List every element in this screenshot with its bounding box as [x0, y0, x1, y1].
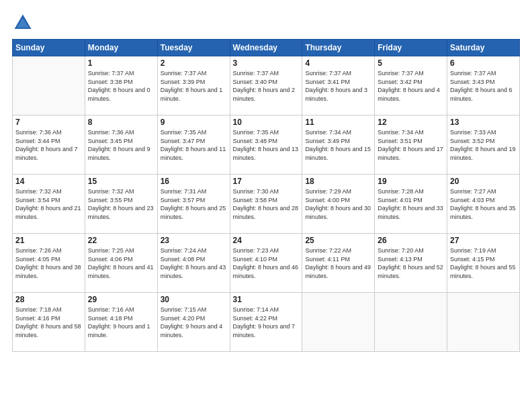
- col-header-monday: Monday: [85, 40, 157, 56]
- day-number: 24: [233, 236, 300, 245]
- calendar-cell: 10Sunrise: 7:35 AMSunset: 3:48 PMDayligh…: [230, 116, 302, 175]
- day-number: 29: [88, 295, 154, 304]
- day-number: 5: [378, 58, 444, 68]
- day-number: 13: [450, 118, 517, 127]
- week-row-2: 14Sunrise: 7:32 AMSunset: 3:54 PMDayligh…: [13, 175, 520, 234]
- calendar-cell: 31Sunrise: 7:14 AMSunset: 4:22 PMDayligh…: [230, 293, 302, 352]
- cell-details: Sunrise: 7:22 AMSunset: 4:11 PMDaylight:…: [305, 246, 371, 280]
- calendar-header-row: SundayMondayTuesdayWednesdayThursdayFrid…: [13, 40, 520, 56]
- cell-details: Sunrise: 7:37 AMSunset: 3:42 PMDaylight:…: [378, 69, 444, 103]
- day-number: 21: [15, 236, 82, 245]
- calendar-cell: 22Sunrise: 7:25 AMSunset: 4:06 PMDayligh…: [85, 234, 157, 293]
- day-number: 28: [15, 295, 82, 304]
- cell-details: Sunrise: 7:31 AMSunset: 3:57 PMDaylight:…: [161, 187, 227, 221]
- calendar-cell: 30Sunrise: 7:15 AMSunset: 4:20 PMDayligh…: [157, 293, 230, 352]
- week-row-4: 28Sunrise: 7:18 AMSunset: 4:16 PMDayligh…: [13, 293, 520, 352]
- col-header-thursday: Thursday: [302, 40, 375, 56]
- day-number: 11: [305, 118, 371, 127]
- cell-details: Sunrise: 7:29 AMSunset: 4:00 PMDaylight:…: [305, 187, 371, 221]
- cell-details: Sunrise: 7:27 AMSunset: 4:03 PMDaylight:…: [450, 187, 517, 221]
- calendar-cell: 1Sunrise: 7:37 AMSunset: 3:38 PMDaylight…: [85, 56, 157, 116]
- page: SundayMondayTuesdayWednesdayThursdayFrid…: [0, 0, 532, 411]
- col-header-sunday: Sunday: [13, 40, 85, 56]
- cell-details: Sunrise: 7:30 AMSunset: 3:58 PMDaylight:…: [233, 187, 300, 221]
- calendar-cell: 20Sunrise: 7:27 AMSunset: 4:03 PMDayligh…: [447, 175, 520, 234]
- cell-details: Sunrise: 7:37 AMSunset: 3:40 PMDaylight:…: [233, 69, 300, 103]
- day-number: 31: [233, 295, 300, 304]
- day-number: 20: [450, 177, 517, 186]
- calendar-cell: 12Sunrise: 7:34 AMSunset: 3:51 PMDayligh…: [375, 116, 447, 175]
- calendar-cell: 2Sunrise: 7:37 AMSunset: 3:39 PMDaylight…: [157, 56, 230, 116]
- day-number: 2: [161, 58, 227, 68]
- day-number: 4: [305, 58, 371, 68]
- cell-details: Sunrise: 7:25 AMSunset: 4:06 PMDaylight:…: [88, 246, 154, 280]
- cell-details: Sunrise: 7:23 AMSunset: 4:10 PMDaylight:…: [233, 246, 300, 280]
- logo-icon: [12, 12, 34, 34]
- calendar-cell: 15Sunrise: 7:32 AMSunset: 3:55 PMDayligh…: [85, 175, 157, 234]
- day-number: 3: [233, 58, 300, 68]
- calendar-cell: 23Sunrise: 7:24 AMSunset: 4:08 PMDayligh…: [157, 234, 230, 293]
- calendar-cell: 11Sunrise: 7:34 AMSunset: 3:49 PMDayligh…: [302, 116, 375, 175]
- cell-details: Sunrise: 7:36 AMSunset: 3:44 PMDaylight:…: [15, 128, 82, 162]
- calendar-cell: 24Sunrise: 7:23 AMSunset: 4:10 PMDayligh…: [230, 234, 302, 293]
- day-number: 12: [378, 118, 444, 127]
- cell-details: Sunrise: 7:28 AMSunset: 4:01 PMDaylight:…: [378, 187, 444, 221]
- cell-details: Sunrise: 7:37 AMSunset: 3:39 PMDaylight:…: [161, 69, 227, 103]
- cell-details: Sunrise: 7:19 AMSunset: 4:15 PMDaylight:…: [450, 246, 517, 280]
- calendar-cell: [13, 56, 85, 116]
- cell-details: Sunrise: 7:24 AMSunset: 4:08 PMDaylight:…: [161, 246, 227, 280]
- day-number: 6: [450, 58, 517, 68]
- day-number: 19: [378, 177, 444, 186]
- calendar-cell: 7Sunrise: 7:36 AMSunset: 3:44 PMDaylight…: [13, 116, 85, 175]
- cell-details: Sunrise: 7:36 AMSunset: 3:45 PMDaylight:…: [88, 128, 154, 162]
- col-header-wednesday: Wednesday: [230, 40, 302, 56]
- day-number: 23: [161, 236, 227, 245]
- cell-details: Sunrise: 7:18 AMSunset: 4:16 PMDaylight:…: [15, 306, 82, 339]
- cell-details: Sunrise: 7:32 AMSunset: 3:54 PMDaylight:…: [15, 187, 82, 221]
- calendar-cell: 17Sunrise: 7:30 AMSunset: 3:58 PMDayligh…: [230, 175, 302, 234]
- calendar-cell: 28Sunrise: 7:18 AMSunset: 4:16 PMDayligh…: [13, 293, 85, 352]
- day-number: 17: [233, 177, 300, 186]
- calendar-cell: 9Sunrise: 7:35 AMSunset: 3:47 PMDaylight…: [157, 116, 230, 175]
- calendar-cell: 18Sunrise: 7:29 AMSunset: 4:00 PMDayligh…: [302, 175, 375, 234]
- calendar-table: SundayMondayTuesdayWednesdayThursdayFrid…: [12, 39, 520, 352]
- cell-details: Sunrise: 7:37 AMSunset: 3:43 PMDaylight:…: [450, 69, 517, 103]
- week-row-1: 7Sunrise: 7:36 AMSunset: 3:44 PMDaylight…: [13, 116, 520, 175]
- cell-details: Sunrise: 7:34 AMSunset: 3:51 PMDaylight:…: [378, 128, 444, 162]
- cell-details: Sunrise: 7:34 AMSunset: 3:49 PMDaylight:…: [305, 128, 371, 162]
- calendar-cell: 29Sunrise: 7:16 AMSunset: 4:18 PMDayligh…: [85, 293, 157, 352]
- calendar-cell: [375, 293, 447, 352]
- day-number: 27: [450, 236, 517, 245]
- cell-details: Sunrise: 7:35 AMSunset: 3:47 PMDaylight:…: [161, 128, 227, 162]
- cell-details: Sunrise: 7:20 AMSunset: 4:13 PMDaylight:…: [378, 246, 444, 280]
- calendar-cell: 14Sunrise: 7:32 AMSunset: 3:54 PMDayligh…: [13, 175, 85, 234]
- day-number: 10: [233, 118, 300, 127]
- calendar-cell: 13Sunrise: 7:33 AMSunset: 3:52 PMDayligh…: [447, 116, 520, 175]
- day-number: 15: [88, 177, 154, 186]
- col-header-saturday: Saturday: [447, 40, 520, 56]
- cell-details: Sunrise: 7:37 AMSunset: 3:41 PMDaylight:…: [305, 69, 371, 103]
- calendar-cell: [447, 293, 520, 352]
- calendar-cell: 3Sunrise: 7:37 AMSunset: 3:40 PMDaylight…: [230, 56, 302, 116]
- cell-details: Sunrise: 7:26 AMSunset: 4:05 PMDaylight:…: [15, 246, 82, 280]
- cell-details: Sunrise: 7:16 AMSunset: 4:18 PMDaylight:…: [88, 306, 154, 339]
- calendar-cell: 21Sunrise: 7:26 AMSunset: 4:05 PMDayligh…: [13, 234, 85, 293]
- calendar-cell: 19Sunrise: 7:28 AMSunset: 4:01 PMDayligh…: [375, 175, 447, 234]
- calendar-cell: 5Sunrise: 7:37 AMSunset: 3:42 PMDaylight…: [375, 56, 447, 116]
- day-number: 8: [88, 118, 154, 127]
- week-row-0: 1Sunrise: 7:37 AMSunset: 3:38 PMDaylight…: [13, 56, 520, 116]
- week-row-3: 21Sunrise: 7:26 AMSunset: 4:05 PMDayligh…: [13, 234, 520, 293]
- calendar-cell: 6Sunrise: 7:37 AMSunset: 3:43 PMDaylight…: [447, 56, 520, 116]
- cell-details: Sunrise: 7:15 AMSunset: 4:20 PMDaylight:…: [161, 306, 227, 339]
- calendar-cell: 25Sunrise: 7:22 AMSunset: 4:11 PMDayligh…: [302, 234, 375, 293]
- day-number: 9: [161, 118, 227, 127]
- cell-details: Sunrise: 7:37 AMSunset: 3:38 PMDaylight:…: [88, 69, 154, 103]
- calendar-cell: [302, 293, 375, 352]
- day-number: 14: [15, 177, 82, 186]
- header: [12, 12, 520, 34]
- cell-details: Sunrise: 7:32 AMSunset: 3:55 PMDaylight:…: [88, 187, 154, 221]
- calendar-cell: 16Sunrise: 7:31 AMSunset: 3:57 PMDayligh…: [157, 175, 230, 234]
- calendar-cell: 4Sunrise: 7:37 AMSunset: 3:41 PMDaylight…: [302, 56, 375, 116]
- logo: [12, 12, 36, 34]
- day-number: 16: [161, 177, 227, 186]
